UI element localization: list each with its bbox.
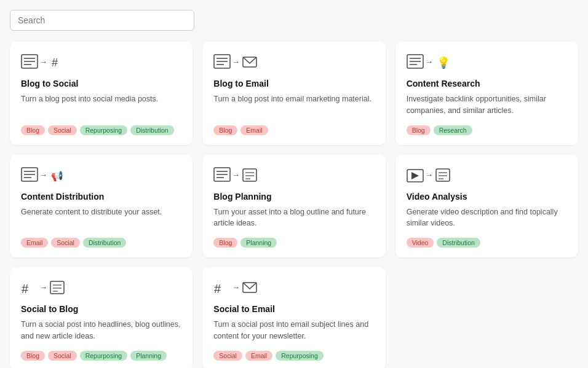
social-to-blog-tags: BlogSocialRepurposingPlanning [21,351,181,361]
tag-planning[interactable]: Planning [130,351,167,361]
social-to-email-description: Turn a social post into email subject li… [213,319,374,342]
tag-blog[interactable]: Blog [21,351,45,361]
tag-blog[interactable]: Blog [21,125,45,135]
blog-planning-tags: BlogPlanning [213,238,374,248]
card-blog-to-social[interactable]: → # Blog to SocialTurn a blog post into … [10,42,193,145]
video-analysis-icon: → [407,167,567,184]
content-research-tags: BlogResearch [407,125,567,135]
blog-to-email-description: Turn a blog post into email marketing ma… [213,93,374,117]
blog-to-email-title: Blog to Email [213,79,374,88]
social-to-blog-title: Social to Blog [21,304,181,314]
blog-to-email-tags: BlogEmail [213,125,374,135]
card-content-distribution[interactable]: → 📢 Content DistributionGenerate content… [10,155,193,258]
tag-distribution[interactable]: Distribution [437,238,480,248]
blog-to-email-icon: → [213,54,374,71]
tag-email[interactable]: Email [240,125,268,135]
svg-text:→: → [425,170,433,179]
tag-research[interactable]: Research [434,125,472,135]
tag-blog[interactable]: Blog [213,238,237,248]
blog-planning-title: Blog Planning [213,192,374,202]
content-research-description: Investigate backlink opportunities, simi… [407,93,567,117]
tag-repurposing[interactable]: Repurposing [80,351,128,361]
card-social-to-email[interactable]: # → Social to EmailTurn a social post in… [202,267,385,368]
video-analysis-description: Generate video description and find topi… [407,206,567,230]
social-to-blog-description: Turn a social post into headlines, blog … [21,319,181,342]
svg-text:→: → [39,57,47,66]
tag-blog[interactable]: Blog [213,125,237,135]
card-blog-planning[interactable]: → Blog PlanningTurn your asset into a bl… [202,155,385,258]
card-content-research[interactable]: → 💡 Content ResearchInvestigate backlink… [395,42,578,145]
blog-planning-icon: → [213,167,374,184]
svg-text:→: → [39,283,47,292]
tag-email[interactable]: Email [21,238,48,248]
svg-text:#: # [214,282,221,296]
svg-text:#: # [22,282,29,296]
svg-text:→: → [425,57,433,66]
tag-social[interactable]: Social [48,351,77,361]
svg-text:→: → [232,170,240,179]
tag-blog[interactable]: Blog [407,125,431,135]
social-to-email-title: Social to Email [213,304,374,314]
svg-rect-29 [243,169,256,181]
tag-distribution[interactable]: Distribution [83,238,127,248]
svg-text:→: → [232,57,240,66]
svg-rect-36 [436,169,450,181]
content-distribution-icon: → 📢 [21,167,181,184]
svg-text:→: → [39,170,47,179]
blog-to-social-description: Turn a blog post into social media posts… [21,93,181,117]
content-research-icon: → 💡 [407,54,567,71]
content-distribution-description: Generate content to distribute your asse… [21,206,181,230]
blog-planning-description: Turn your asset into a blog outline and … [213,206,374,230]
tag-social[interactable]: Social [48,125,77,135]
svg-text:#: # [52,57,58,69]
blog-to-social-title: Blog to Social [21,79,181,88]
svg-text:💡: 💡 [437,56,451,69]
social-to-email-icon: # → [213,280,374,297]
search-input[interactable] [10,10,194,31]
svg-text:→: → [232,283,240,292]
blog-to-social-tags: BlogSocialRepurposingDistribution [21,125,181,135]
tag-planning[interactable]: Planning [240,238,277,248]
content-distribution-title: Content Distribution [21,192,181,202]
content-distribution-tags: EmailSocialDistribution [21,238,181,248]
cards-grid: → # Blog to SocialTurn a blog post into … [10,42,578,368]
social-to-blog-icon: # → [21,280,181,297]
tag-social[interactable]: Social [213,351,242,361]
blog-to-social-icon: → # [21,54,181,71]
search-container [10,10,578,31]
tag-email[interactable]: Email [245,351,272,361]
card-social-to-blog[interactable]: # → Social to BlogTurn a social post int… [10,267,193,368]
tag-social[interactable]: Social [51,238,80,248]
video-analysis-title: Video Analysis [407,192,567,202]
svg-rect-42 [50,281,64,294]
tag-repurposing[interactable]: Repurposing [276,351,324,361]
card-blog-to-email[interactable]: → Blog to EmailTurn a blog post into ema… [202,42,385,145]
content-research-title: Content Research [407,79,567,88]
tag-video[interactable]: Video [407,238,434,248]
tag-distribution[interactable]: Distribution [130,125,174,135]
tag-repurposing[interactable]: Repurposing [80,125,128,135]
social-to-email-tags: SocialEmailRepurposing [213,351,374,361]
card-video-analysis[interactable]: → Video AnalysisGenerate video descripti… [395,155,578,258]
svg-text:📢: 📢 [51,170,63,182]
video-analysis-tags: VideoDistribution [407,238,567,248]
